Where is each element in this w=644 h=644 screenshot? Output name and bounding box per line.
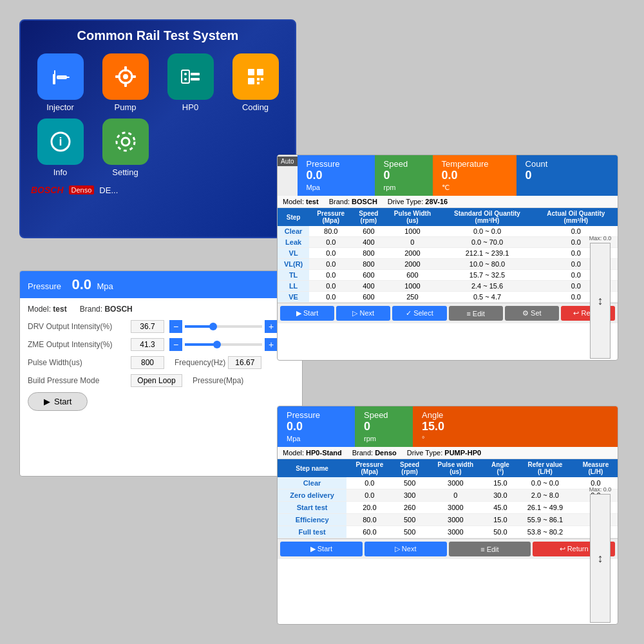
hp0-row-speed: 500 (392, 514, 426, 526)
table-select-btn[interactable]: ✓ Select (392, 306, 446, 321)
hp0-table-row[interactable]: Clear 0.0 500 3000 15.0 0.0 ~ 0.0 0.0 (278, 477, 618, 489)
row-step: VL(R) (278, 259, 309, 270)
injector-body: Model: test Brand: BOSCH DRV Output Inte… (20, 298, 302, 417)
table-edit-btn[interactable]: ≡ Edit (449, 306, 503, 321)
row-pulse: 1000 (384, 226, 440, 237)
pressure-mpa-label: Pressure(Mpa) (193, 376, 243, 385)
row-pulse: 0 (384, 237, 440, 248)
pressure-value: 0.0 (71, 276, 91, 292)
model-label: Model: test (28, 305, 67, 314)
drv-track[interactable] (185, 325, 262, 328)
table-row[interactable]: TL 0.0 600 600 15.7 ~ 32.5 0.0 (278, 270, 618, 281)
hp0-row-angle: 50.0 (484, 526, 516, 538)
pulse-value[interactable]: 800 (131, 356, 164, 369)
table-next-btn[interactable]: ▷ Next (336, 306, 390, 321)
drv-plus-btn[interactable]: + (265, 320, 278, 333)
freq-value[interactable]: 16.67 (228, 356, 261, 369)
zme-slider[interactable]: − + (169, 338, 278, 351)
drv-minus-btn[interactable]: − (169, 320, 182, 333)
hp0-th-step: Step name (278, 459, 346, 477)
table-set-btn[interactable]: ⚙ Set (505, 306, 559, 321)
hp0-row-pressure: 0.0 (346, 489, 392, 502)
table-row[interactable]: VE 0.0 600 250 0.5 ~ 4.7 0.0 (278, 292, 618, 303)
drv-slider[interactable]: − + (169, 320, 278, 333)
svg-rect-0 (53, 74, 55, 84)
pump-icon (102, 53, 149, 100)
hp0-row-pulse: 3000 (427, 526, 484, 538)
hp0-table-row[interactable]: Zero delivery 0.0 300 0 30.0 2.0 ~ 8.0 0… (278, 489, 618, 502)
injector-menu-item[interactable]: Injector (31, 53, 90, 112)
cyl-body: ↕ (590, 243, 611, 359)
hp0-row-angle: 15.0 (484, 477, 516, 489)
row-std: 0.5 ~ 4.7 (440, 292, 534, 303)
info-label: Info (53, 167, 68, 177)
hp0-row-angle: 45.0 (484, 502, 516, 514)
table-row[interactable]: VL(R) 0.0 800 2000 10.0 ~ 80.0 0.0 (278, 259, 618, 270)
hp0-row-pressure: 20.0 (346, 502, 392, 514)
table-row[interactable]: Clear 80.0 600 1000 0.0 ~ 0.0 0.0 (278, 226, 618, 237)
table-row[interactable]: Leak 0.0 400 0 0.0 ~ 70.0 0.0 (278, 237, 618, 248)
pump-label: Pump (115, 102, 137, 112)
row-pulse: 250 (384, 292, 440, 303)
setting-icon (102, 118, 149, 165)
hp0-menu-item[interactable]: HP0 (161, 53, 220, 112)
row-pressure: 0.0 (309, 281, 352, 292)
hp0-row-pulse: 0 (427, 489, 484, 502)
table-count-section: Count 0 (516, 155, 618, 196)
coding-menu-item[interactable]: Coding (226, 53, 285, 112)
row-pressure: 0.0 (309, 237, 352, 248)
injector-table-panel: Auto Pressure 0.0 Mpa Speed 0 rpm Temper… (277, 155, 618, 361)
row-speed: 400 (352, 281, 384, 292)
th-std: Standard Oil Quantity(mm³/H) (440, 208, 534, 226)
hp0-edit-btn[interactable]: ≡ Edit (449, 542, 531, 556)
hp0-th-pulse: Pulse width(us) (427, 459, 484, 477)
hp0-info-row: Model: HP0-Stand Brand: Denso Drive Type… (278, 447, 618, 459)
row-std: 0.0 ~ 70.0 (440, 237, 534, 248)
info-menu-item[interactable]: i Info (31, 118, 90, 177)
hp0-row-pressure: 0.0 (346, 477, 392, 489)
hp0-next-btn[interactable]: ▷ Next (365, 542, 447, 556)
setting-menu-item[interactable]: Setting (96, 118, 155, 177)
row-speed: 400 (352, 237, 384, 248)
hp0-table-row[interactable]: Full test 60.0 500 3000 50.0 53.8 ~ 80.2… (278, 526, 618, 538)
zme-plus-btn[interactable]: + (265, 338, 278, 351)
table-row[interactable]: VL 0.0 800 2000 212.1 ~ 239.1 0.0 (278, 248, 618, 259)
hp0-row-angle: 15.0 (484, 514, 516, 526)
table-pressure-unit: Mpa (307, 184, 320, 191)
svg-rect-11 (191, 73, 200, 75)
hp0-th-pressure: Pressure(Mpa) (346, 459, 392, 477)
row-pressure: 0.0 (309, 270, 352, 281)
table-temp-value: 0.0 (442, 169, 507, 182)
drv-value[interactable]: 36.7 (131, 320, 164, 333)
hp0-row-speed: 300 (392, 489, 426, 502)
start-icon: ▶ (44, 397, 50, 406)
svg-point-24 (117, 133, 135, 151)
table-temp-section: Temperature 0.0 ℃ (433, 155, 516, 196)
row-pressure: 0.0 (309, 259, 352, 270)
row-std: 0.0 ~ 0.0 (440, 226, 534, 237)
coding-icon (232, 53, 279, 100)
zme-track[interactable] (185, 343, 262, 346)
zme-value[interactable]: 41.3 (131, 338, 164, 351)
zme-minus-btn[interactable]: − (169, 338, 182, 351)
hp0-row-step: Clear (278, 477, 346, 489)
pump-menu-item[interactable]: Pump (96, 53, 155, 112)
table-info-row: Model: test Brand: BOSCH Drive Type: 28V… (278, 196, 618, 208)
build-row: Build Pressure Mode Open Loop Pressure(M… (28, 374, 294, 387)
injector-start-btn[interactable]: ▶ Start (28, 392, 88, 411)
drv-row: DRV Output Intensity(%) 36.7 − + (28, 320, 294, 333)
table-row[interactable]: LL 0.0 400 1000 2.4 ~ 15.6 0.0 (278, 281, 618, 292)
injector-header: Pressure 0.0 Mpa (20, 271, 302, 298)
hp0-row-ref: 26.1 ~ 49.9 (516, 502, 574, 514)
hp0-table-row[interactable]: Efficiency 80.0 500 3000 15.0 55.9 ~ 86.… (278, 514, 618, 526)
table-speed-label: Speed (384, 159, 408, 169)
row-step: TL (278, 270, 309, 281)
table-start-btn[interactable]: ▶ Start (280, 306, 334, 321)
svg-rect-2 (57, 75, 67, 79)
hp0-drive: Drive Type: PUMP-HP0 (407, 449, 481, 457)
hp0-start-btn[interactable]: ▶ Start (280, 542, 363, 556)
svg-rect-1 (54, 70, 55, 75)
hp0-table-row[interactable]: Start test 20.0 260 3000 45.0 26.1 ~ 49.… (278, 502, 618, 514)
build-value[interactable]: Open Loop (131, 374, 182, 387)
hp0-th-measure: Measure(L/H) (574, 459, 618, 477)
